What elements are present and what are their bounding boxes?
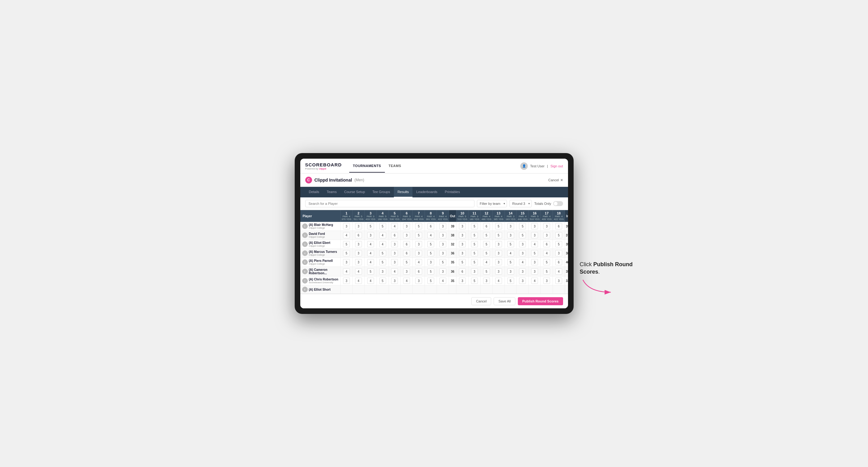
score-hole-1[interactable] [341, 258, 353, 267]
score-hole-13[interactable] [492, 240, 504, 249]
score-input-hole-10[interactable] [459, 241, 466, 247]
score-hole-8[interactable] [425, 276, 437, 285]
score-hole-15[interactable] [517, 222, 529, 231]
score-hole-6[interactable] [401, 222, 413, 231]
score-input-hole-18[interactable] [555, 223, 562, 229]
score-hole-9[interactable] [437, 267, 449, 276]
save-all-button[interactable]: Save All [494, 297, 515, 305]
score-hole-7[interactable] [413, 249, 425, 258]
score-hole-8[interactable] [425, 231, 437, 240]
score-hole-18[interactable] [553, 267, 565, 276]
score-hole-1[interactable] [341, 276, 353, 285]
score-hole-10[interactable] [457, 231, 469, 240]
score-input-hole-11[interactable] [471, 232, 478, 238]
score-hole-11[interactable] [468, 267, 480, 276]
score-hole-11[interactable] [468, 258, 480, 267]
nav-teams[interactable]: TEAMS [385, 160, 405, 173]
score-hole-11[interactable] [468, 249, 480, 258]
score-hole-6[interactable] [401, 276, 413, 285]
score-input-hole-11[interactable] [471, 241, 478, 247]
score-hole-13[interactable] [492, 231, 504, 240]
score-hole-12[interactable] [480, 285, 492, 294]
score-input-hole-16[interactable] [531, 241, 538, 247]
score-hole-11[interactable] [468, 285, 480, 294]
score-hole-12[interactable] [480, 222, 492, 231]
score-input-hole-12[interactable] [483, 250, 490, 256]
tab-details[interactable]: Details [305, 187, 323, 197]
score-hole-3[interactable] [365, 267, 376, 276]
score-hole-5[interactable] [389, 258, 401, 267]
score-hole-8[interactable] [425, 285, 437, 294]
score-hole-3[interactable] [365, 222, 376, 231]
score-hole-5[interactable] [389, 249, 401, 258]
score-hole-5[interactable] [389, 231, 401, 240]
score-hole-18[interactable] [553, 240, 565, 249]
score-hole-17[interactable] [541, 231, 553, 240]
tab-printables[interactable]: Printables [441, 187, 464, 197]
score-input-hole-6[interactable] [403, 223, 410, 229]
score-hole-16[interactable] [529, 222, 541, 231]
score-hole-4[interactable] [376, 231, 389, 240]
score-input-hole-8[interactable] [427, 268, 434, 275]
score-hole-4[interactable] [376, 249, 389, 258]
score-hole-11[interactable] [468, 276, 480, 285]
score-input-hole-10[interactable] [459, 278, 466, 284]
score-hole-14[interactable] [504, 222, 517, 231]
score-hole-1[interactable] [341, 222, 353, 231]
score-hole-10[interactable] [457, 267, 469, 276]
score-hole-17[interactable] [541, 240, 553, 249]
score-input-hole-6[interactable] [403, 250, 410, 256]
score-hole-14[interactable] [504, 258, 517, 267]
score-input-hole-9[interactable] [439, 259, 446, 265]
score-hole-3[interactable] [365, 249, 376, 258]
score-hole-12[interactable] [480, 276, 492, 285]
score-hole-5[interactable] [389, 276, 401, 285]
score-input-hole-14[interactable] [507, 223, 514, 229]
score-input-hole-5[interactable] [391, 232, 398, 238]
score-hole-16[interactable] [529, 249, 541, 258]
score-input-hole-9[interactable] [439, 278, 446, 284]
score-input-hole-15[interactable] [519, 268, 526, 275]
tab-teams[interactable]: Teams [323, 187, 340, 197]
score-hole-14[interactable] [504, 267, 517, 276]
score-input-hole-14[interactable] [507, 250, 514, 256]
score-hole-17[interactable] [541, 267, 553, 276]
score-input-hole-17[interactable] [543, 241, 550, 247]
score-input-hole-13[interactable] [495, 268, 502, 275]
score-input-hole-14[interactable] [507, 278, 514, 284]
score-hole-6[interactable] [401, 258, 413, 267]
score-input-hole-16[interactable] [531, 223, 538, 229]
score-input-hole-1[interactable] [343, 223, 350, 229]
score-hole-18[interactable] [553, 258, 565, 267]
score-hole-5[interactable] [389, 285, 401, 294]
score-input-hole-2[interactable] [355, 278, 362, 284]
score-input-hole-9[interactable] [439, 250, 446, 256]
score-input-hole-18[interactable] [555, 250, 562, 256]
score-hole-13[interactable] [492, 285, 504, 294]
score-input-hole-8[interactable] [427, 250, 434, 256]
score-input-hole-16[interactable] [531, 259, 538, 265]
score-hole-12[interactable] [480, 258, 492, 267]
score-input-hole-6[interactable] [403, 232, 410, 238]
score-hole-13[interactable] [492, 249, 504, 258]
score-input-hole-18[interactable] [555, 278, 562, 284]
score-hole-2[interactable] [352, 276, 365, 285]
score-hole-4[interactable] [376, 222, 389, 231]
score-input-hole-8[interactable] [427, 259, 434, 265]
score-input-hole-1[interactable] [343, 241, 350, 247]
score-input-hole-7[interactable] [415, 223, 422, 229]
score-input-hole-18[interactable] [555, 241, 562, 247]
tab-leaderboards[interactable]: Leaderboards [412, 187, 441, 197]
score-input-hole-4[interactable] [379, 232, 386, 238]
score-input-hole-17[interactable] [543, 268, 550, 275]
score-hole-9[interactable] [437, 240, 449, 249]
score-hole-17[interactable] [541, 222, 553, 231]
score-hole-2[interactable] [352, 258, 365, 267]
score-input-hole-1[interactable] [343, 232, 350, 238]
nav-tournaments[interactable]: TOURNAMENTS [349, 160, 385, 173]
score-hole-16[interactable] [529, 231, 541, 240]
score-input-hole-10[interactable] [459, 250, 466, 256]
score-input-hole-9[interactable] [439, 232, 446, 238]
score-hole-14[interactable] [504, 249, 517, 258]
score-hole-3[interactable] [365, 240, 376, 249]
